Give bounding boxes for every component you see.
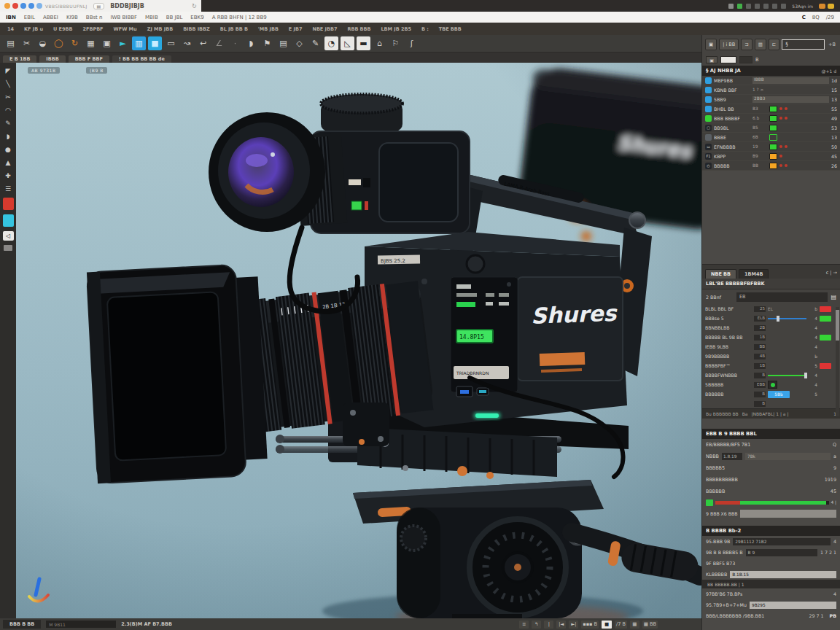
material-property-row[interactable]: BBBBFWNBBBB4 <box>702 370 834 380</box>
redo-icon[interactable]: ↻ <box>68 36 82 50</box>
menu2-item-13[interactable]: B : <box>421 26 429 32</box>
angle-white-icon[interactable]: ◺ <box>341 36 354 50</box>
menu2-item-10[interactable]: NBE JBB7 <box>312 26 337 32</box>
menubar-right-2[interactable]: /29 <box>826 15 834 20</box>
material-tab-0[interactable]: NBE BB <box>705 269 736 279</box>
menu2-item-9[interactable]: E JB7 <box>289 26 303 32</box>
material-tab-1[interactable]: 1BM4B <box>739 269 769 279</box>
slider-handle[interactable] <box>777 316 779 322</box>
half-tool-icon[interactable]: ◗ <box>3 132 13 141</box>
panel-button-2[interactable]: ⊐ <box>741 39 752 50</box>
menu2-item-11[interactable]: RBB BBB <box>347 26 370 32</box>
menu2-item-8[interactable]: 'MB JBB <box>258 26 279 32</box>
material-footer-items[interactable]: |NBBAFBL| 1 | a | <box>751 411 788 416</box>
rail-mini-button[interactable] <box>4 245 12 251</box>
traffic-light-0[interactable] <box>4 3 10 9</box>
menu2-item-0[interactable]: 14 <box>7 26 14 32</box>
menu-item-2[interactable]: ABBEI <box>43 15 58 20</box>
material-property-row[interactable]: BBBBPBF™1B5 <box>702 361 834 370</box>
outliner-row[interactable]: 5BB92BB313 <box>702 95 840 104</box>
menu-item-6[interactable]: MBIB <box>145 15 158 20</box>
grid-b-icon[interactable]: ▦ BB <box>642 621 658 629</box>
menu-item-5[interactable]: IWB BIBBF <box>111 15 138 20</box>
material-property-row[interactable]: BBBBBBB5Bb5 <box>702 389 834 399</box>
doc-tab-3[interactable]: ! BB BB BB BB de <box>112 55 171 63</box>
material-property-row[interactable]: 9B9BBBBB4Bb <box>702 351 834 361</box>
doc-tab-0[interactable]: E B 1BB <box>3 55 36 63</box>
object-value-box[interactable]: IBBB <box>752 77 829 84</box>
render-row[interactable]: BBBBB59 <box>702 462 840 474</box>
wedge-tool-icon[interactable]: ▲ <box>3 158 13 167</box>
outliner-row[interactable]: BBBE6B13 <box>702 133 840 142</box>
property-value-box[interactable]: 1B <box>754 363 766 369</box>
toggle-button[interactable] <box>768 381 777 389</box>
outliner-row[interactable]: ▢BB9BLB553 <box>702 123 840 133</box>
outliner-row[interactable]: ◴BBBBBBB26 <box>702 161 840 171</box>
viewport-label-primary[interactable]: AB 9731B <box>28 67 60 74</box>
tray-icon-3[interactable] <box>755 4 760 9</box>
material-property-row[interactable]: 5BBBBBEBB4 <box>702 380 834 389</box>
menu2-item-5[interactable]: ZJ MB JBB <box>147 26 173 32</box>
prev-frame-icon[interactable]: |◄ <box>556 621 566 629</box>
output-subbar[interactable]: BB BBBBB.BB | 1 <box>702 580 840 588</box>
panel-button-0[interactable]: ▣ <box>705 39 717 50</box>
output-header[interactable]: B BBBB Bb-2 <box>702 526 840 536</box>
dot-tool-icon[interactable]: ● <box>3 145 13 154</box>
panel-button-3[interactable]: ▥ <box>755 39 766 50</box>
stop-button[interactable]: ■ <box>602 621 612 629</box>
material-field-dropdown[interactable]: EB <box>736 292 828 302</box>
tray-icon-0[interactable] <box>728 4 734 9</box>
browser-tab-area[interactable]: VBBSIBBBUUFNLJ ▤ BDDBJIBJB ↻ <box>0 0 201 12</box>
max-button[interactable]: 5Bb <box>768 391 790 398</box>
bookmark-icon[interactable]: ⚐ <box>389 36 402 50</box>
frame-input[interactable]: M 9B11 <box>46 621 116 628</box>
output-row[interactable]: 97BB'B6 7B.BPs4 <box>702 588 840 599</box>
property-value-box[interactable]: B <box>754 373 766 378</box>
material-property-row[interactable]: B <box>702 399 834 408</box>
menu2-item-4[interactable]: WFW Mu <box>114 26 137 32</box>
property-value-box[interactable]: 2B <box>754 325 766 331</box>
menu2-item-1[interactable]: KF JB u <box>24 26 43 32</box>
property-value-box[interactable]: EBB <box>754 382 766 388</box>
output-row[interactable]: 9B B B BBBB5 BB 91 7 2 1 <box>702 547 840 558</box>
material-property-row[interactable]: BBBse 5ELB4 <box>702 314 834 323</box>
tray-icon-5[interactable] <box>772 4 777 9</box>
tab-title[interactable]: BDDBJIBJB <box>110 3 144 9</box>
material-property-row[interactable]: BBNBBLBB2B4 <box>702 323 834 332</box>
object-color-swatch[interactable] <box>769 125 777 131</box>
printer-icon[interactable]: ▣ <box>100 36 114 50</box>
panel-button-4[interactable]: ⊏ <box>769 39 779 50</box>
new-tab-button[interactable]: ▤ <box>93 3 105 9</box>
menu-item-1[interactable]: EBIL <box>24 15 35 20</box>
object-color-swatch[interactable] <box>769 153 777 160</box>
material-property-row[interactable]: IEBB 9LBBBB4 <box>702 342 834 351</box>
property-value-box[interactable]: BB <box>754 344 766 350</box>
output-value-box[interactable]: B 9 <box>746 549 817 556</box>
layers-icon[interactable]: ▤ <box>4 36 18 50</box>
window-icon[interactable]: ▦ <box>84 36 98 50</box>
outliner-row[interactable]: MBF9BBIBBB1d <box>702 76 840 85</box>
pen-icon[interactable]: ✎ <box>308 36 322 50</box>
minus-white-icon[interactable]: ▬ <box>357 36 370 50</box>
menu-item-0[interactable]: IBN <box>6 15 16 20</box>
line-tool-icon[interactable]: ╲ <box>3 79 13 88</box>
menu-item-4[interactable]: BBst n <box>86 15 103 20</box>
slider-track[interactable] <box>768 375 806 376</box>
property-value-box[interactable]: 25 <box>754 306 766 312</box>
hook-icon[interactable]: ↩ <box>196 36 210 50</box>
render-input-field[interactable] <box>740 510 836 518</box>
doc-tab-1[interactable]: IBBB <box>39 55 65 63</box>
filter-grid-button[interactable]: ▣ <box>706 56 718 63</box>
menubar-right-1[interactable]: 8Q <box>812 15 820 20</box>
fill-icon[interactable]: ■ <box>148 36 162 50</box>
rate-label[interactable]: /7 B <box>615 621 627 629</box>
filter-white-button[interactable] <box>720 56 736 63</box>
pen-tool-icon[interactable]: ✎ <box>3 119 13 128</box>
tab-action-icon[interactable]: ↻ <box>192 3 197 9</box>
outliner-row[interactable]: ▭EFNBBBB1950 <box>702 142 840 152</box>
file-icon[interactable]: ▤ <box>831 294 836 300</box>
next-frame-icon[interactable]: ►| <box>569 621 578 629</box>
tray-icon-6[interactable] <box>781 4 786 9</box>
object-color-swatch[interactable] <box>769 144 777 150</box>
render-row[interactable]: EB/BBBBB/BF5 7B1Q <box>702 439 840 451</box>
